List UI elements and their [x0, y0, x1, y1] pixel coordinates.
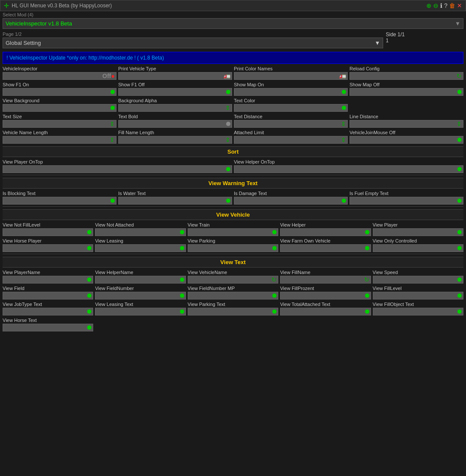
view-fillprozent-bar[interactable] — [280, 292, 371, 299]
text-color-control: Text Color — [234, 98, 348, 112]
text-bold-bar[interactable] — [118, 120, 232, 128]
view-helpername-bar[interactable] — [95, 276, 186, 284]
view-fillobject-text-bar[interactable] — [373, 308, 463, 315]
view-player-bar[interactable] — [373, 228, 463, 236]
reload-config-control: Reload Config ↻ — [350, 66, 463, 80]
show-f1-off-label: Show F1 Off — [118, 82, 232, 88]
save-button[interactable]: 🗑 — [449, 2, 455, 9]
section-line-2 — [3, 206, 463, 207]
view-helper-bar[interactable] — [280, 228, 371, 236]
is-damage-text-bar[interactable] — [234, 197, 348, 205]
fill-name-length-bar[interactable]: ⇕ — [118, 136, 232, 144]
view-fillname-icon: ↻ — [364, 276, 369, 283]
view-vehiclename-icon: ↻ — [271, 276, 277, 283]
view-fieldnumber-label: View FieldNumber — [95, 285, 186, 291]
info-button[interactable]: ℹ — [440, 2, 442, 9]
truck-icon-2: 🚛 — [339, 73, 346, 79]
print-vehicle-type-bar[interactable]: 🚛 — [118, 72, 232, 80]
view-parking-dot — [272, 246, 277, 250]
title-bar-right: ⊕ ⊖ ℹ ? 🗑 ✕ — [426, 2, 462, 9]
page-label: Page 1/2 — [3, 32, 383, 37]
view-player-dot — [457, 230, 462, 234]
view-parking-bar[interactable] — [188, 244, 278, 252]
show-map-on-dot — [342, 90, 346, 94]
show-map-on-bar[interactable] — [234, 88, 348, 96]
vehicle-inspector-label: VehicleInspector — [3, 66, 116, 72]
close-button[interactable]: ✕ — [457, 2, 462, 9]
view-not-attached-bar[interactable] — [95, 228, 186, 236]
section-line-1 — [3, 175, 463, 175]
vehicle-name-length-bar[interactable]: ⇕ — [3, 136, 116, 144]
view-horse-text-bar[interactable] — [3, 324, 93, 331]
is-water-text-bar[interactable] — [118, 197, 232, 205]
view-leasing-bar[interactable] — [95, 244, 186, 252]
view-parking-text-label: View Parking Text — [188, 301, 278, 307]
add-button[interactable]: ⊕ — [426, 2, 431, 9]
view-field-dot — [87, 293, 91, 298]
view-fillname-bar[interactable]: ↻ — [280, 276, 371, 284]
empty-1 — [95, 317, 186, 331]
show-f1-on-bar[interactable] — [3, 88, 116, 96]
view-helper-on-top-bar[interactable] — [234, 165, 463, 173]
page-dropdown[interactable]: Global Setting ▼ — [3, 38, 383, 48]
vehicle-join-mouse-off-bar[interactable] — [350, 136, 463, 144]
row-4: Text Size ⇕ Text Bold Text Distance ⇕ Li… — [3, 113, 463, 128]
background-alpha-control: Background Alpha ⇕ — [118, 98, 232, 112]
view-train-bar[interactable] — [188, 228, 278, 236]
text-color-label: Text Color — [234, 98, 348, 104]
view-horse-player-bar[interactable] — [3, 244, 93, 252]
view-farm-own-vehicle-bar[interactable] — [280, 244, 371, 252]
text-distance-bar[interactable]: ⇕ — [234, 120, 348, 128]
view-parking-text-bar[interactable] — [188, 308, 278, 315]
move-icon[interactable]: ✛ — [4, 2, 9, 9]
sort-section-header: Sort — [3, 146, 463, 157]
view-speed-bar[interactable] — [373, 276, 463, 284]
view-filllevel-label: View FillLevel — [373, 285, 463, 291]
view-vehiclename-bar[interactable]: ↻ — [188, 276, 278, 284]
print-color-names-label: Print Color Names — [234, 66, 348, 72]
view-field-bar[interactable] — [3, 292, 93, 299]
show-map-off-bar[interactable] — [350, 88, 463, 96]
view-totalattached-text-bar[interactable] — [280, 308, 371, 315]
view-background-bar[interactable] — [3, 104, 116, 112]
view-only-controlled-control: View Only Controlled — [373, 238, 463, 252]
view-helper-label: View Helper — [280, 222, 371, 228]
reload-config-bar[interactable]: ↻ — [350, 72, 463, 80]
view-helper-on-top-label: View Helper OnTop — [234, 159, 463, 165]
line-distance-control: Line Distance ⇕ — [350, 113, 463, 128]
empty-col-3 — [350, 98, 463, 112]
fill-name-length-label: Fill Name Length — [118, 129, 232, 136]
help-button[interactable]: ? — [444, 2, 447, 9]
print-color-names-bar[interactable]: 🚛 — [234, 72, 348, 80]
remove-button[interactable]: ⊖ — [433, 2, 438, 9]
text-size-bar[interactable]: ⇕ — [3, 120, 116, 128]
is-blocking-text-bar[interactable] — [3, 197, 116, 205]
row-1: VehicleInspector Off Print Vehicle Type … — [3, 66, 463, 80]
view-vehiclename-control: View VehicleName ↻ — [188, 269, 278, 284]
view-player-on-top-bar[interactable] — [3, 165, 232, 173]
mod-select-dropdown[interactable]: VehicleInspector v1.8 Beta ▼ — [3, 18, 463, 29]
text-color-bar[interactable] — [234, 104, 348, 112]
view-filllevel-bar[interactable] — [373, 292, 463, 299]
is-fuel-empty-text-bar[interactable] — [350, 197, 463, 205]
view-playername-bar[interactable] — [3, 276, 93, 284]
text-color-dot — [342, 106, 346, 110]
main-content: VehicleInspector Off Print Vehicle Type … — [0, 66, 466, 331]
view-jobtype-text-bar[interactable] — [3, 308, 93, 315]
view-leasing-text-bar[interactable] — [95, 308, 186, 315]
background-alpha-label: Background Alpha — [118, 98, 232, 104]
view-fieldnumber-bar[interactable] — [95, 292, 186, 299]
show-map-on-control: Show Map On — [234, 82, 348, 96]
background-alpha-bar[interactable]: ⇕ — [118, 104, 232, 112]
view-filllevel-control: View FillLevel — [373, 285, 463, 299]
view-fieldnumber-mp-bar[interactable] — [188, 292, 278, 299]
show-f1-off-bar[interactable] — [118, 88, 232, 96]
attached-limit-bar[interactable]: ⇕ — [234, 136, 348, 144]
vehicle-inspector-bar[interactable]: Off — [3, 72, 116, 80]
view-helper-control: View Helper — [280, 222, 371, 236]
view-not-filllevel-bar[interactable] — [3, 228, 93, 236]
line-distance-bar[interactable]: ⇕ — [350, 120, 463, 128]
view-only-controlled-bar[interactable] — [373, 244, 463, 252]
text-row-4: View Horse Text — [3, 317, 463, 331]
view-playername-label: View PlayerName — [3, 269, 93, 275]
